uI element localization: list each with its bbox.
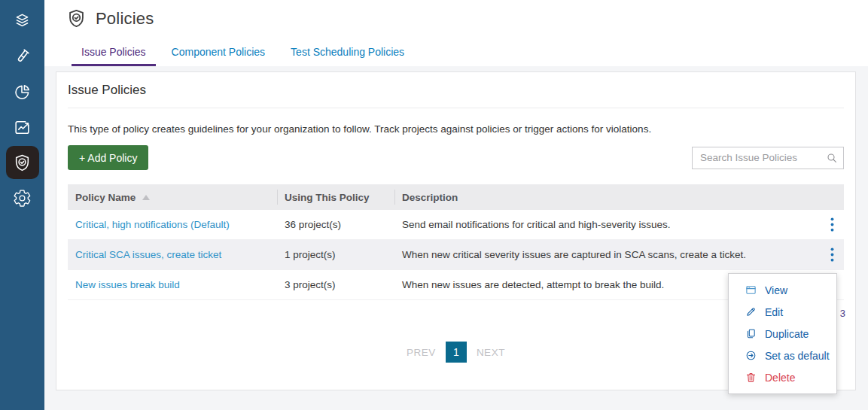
sidebar-item-reports[interactable] bbox=[0, 74, 44, 109]
next-page-button[interactable]: NEXT bbox=[477, 347, 505, 358]
current-page-button[interactable]: 1 bbox=[446, 342, 467, 363]
sidebar bbox=[0, 0, 44, 410]
column-header-actions bbox=[820, 184, 844, 210]
panel-description: This type of policy creates guidelines f… bbox=[68, 123, 844, 135]
menu-item-delete[interactable]: Delete bbox=[729, 366, 836, 388]
prev-page-button[interactable]: PREV bbox=[407, 347, 436, 358]
sidebar-item-settings[interactable] bbox=[0, 181, 44, 215]
tab-test-scheduling-policies[interactable]: Test Scheduling Policies bbox=[281, 46, 414, 66]
duplicate-icon bbox=[745, 328, 757, 339]
menu-item-view[interactable]: View bbox=[729, 279, 836, 301]
trash-icon bbox=[745, 372, 757, 383]
table-row: Critical, high notifications (Default) 3… bbox=[68, 210, 844, 240]
tab-component-policies[interactable]: Component Policies bbox=[162, 46, 276, 66]
description-cell: Send email notifications for critical an… bbox=[394, 219, 820, 230]
policy-name-link[interactable]: New issues break build bbox=[68, 279, 277, 290]
arrow-circle-right-icon bbox=[745, 350, 757, 361]
window-icon bbox=[745, 284, 757, 296]
table-row: Critical SCA issues, create ticket 1 pro… bbox=[68, 240, 844, 270]
row-actions-menu-button[interactable] bbox=[820, 217, 844, 232]
sidebar-item-tests[interactable] bbox=[0, 39, 44, 74]
using-this-policy-cell: 36 project(s) bbox=[277, 219, 394, 230]
panel-title: Issue Policies bbox=[68, 83, 844, 108]
tab-issue-policies[interactable]: Issue Policies bbox=[72, 46, 156, 66]
pencil-icon bbox=[745, 306, 757, 317]
kebab-menu-icon bbox=[830, 217, 834, 232]
page-header: Policies Issue Policies Component Polici… bbox=[44, 0, 868, 66]
column-header-using-this-policy[interactable]: Using This Policy bbox=[277, 184, 394, 210]
toolbar: + Add Policy bbox=[68, 145, 844, 170]
policy-name-link[interactable]: Critical SCA issues, create ticket bbox=[68, 249, 277, 260]
column-header-description[interactable]: Description bbox=[394, 184, 820, 210]
policies-shield-icon bbox=[66, 8, 87, 29]
pie-chart-icon bbox=[13, 83, 32, 102]
search-input[interactable] bbox=[692, 147, 844, 169]
menu-item-set-as-default[interactable]: Set as default bbox=[729, 345, 836, 366]
policy-name-link[interactable]: Critical, high notifications (Default) bbox=[68, 219, 277, 230]
description-cell: When new critical severity issues are ca… bbox=[394, 249, 820, 260]
table-header-row: Policy Name Using This Policy Descriptio… bbox=[68, 184, 844, 210]
trend-chart-icon bbox=[13, 118, 32, 137]
row-context-menu: View Edit Duplicate Set as default D bbox=[728, 273, 837, 394]
shield-check-icon bbox=[13, 153, 32, 172]
gear-icon bbox=[13, 189, 32, 208]
column-header-policy-name[interactable]: Policy Name bbox=[68, 184, 277, 210]
layers-icon bbox=[13, 12, 32, 31]
sort-ascending-icon bbox=[142, 195, 150, 200]
add-policy-button[interactable]: + Add Policy bbox=[68, 145, 148, 170]
search-icon bbox=[826, 152, 838, 164]
sidebar-item-projects[interactable] bbox=[0, 4, 44, 38]
sidebar-item-analytics[interactable] bbox=[0, 110, 44, 144]
test-tube-icon bbox=[13, 47, 32, 66]
tab-bar: Issue Policies Component Policies Test S… bbox=[72, 46, 420, 66]
search-box bbox=[692, 147, 844, 169]
sidebar-item-policies[interactable] bbox=[6, 146, 39, 179]
using-this-policy-cell: 3 project(s) bbox=[277, 279, 394, 290]
page-title: Policies bbox=[96, 9, 154, 29]
menu-item-edit[interactable]: Edit bbox=[729, 301, 836, 323]
using-this-policy-cell: 1 project(s) bbox=[277, 249, 394, 260]
kebab-menu-icon bbox=[830, 248, 834, 262]
menu-item-duplicate[interactable]: Duplicate bbox=[729, 323, 836, 345]
record-count-fragment: 3 bbox=[840, 308, 845, 319]
row-actions-menu-button[interactable] bbox=[820, 248, 844, 262]
